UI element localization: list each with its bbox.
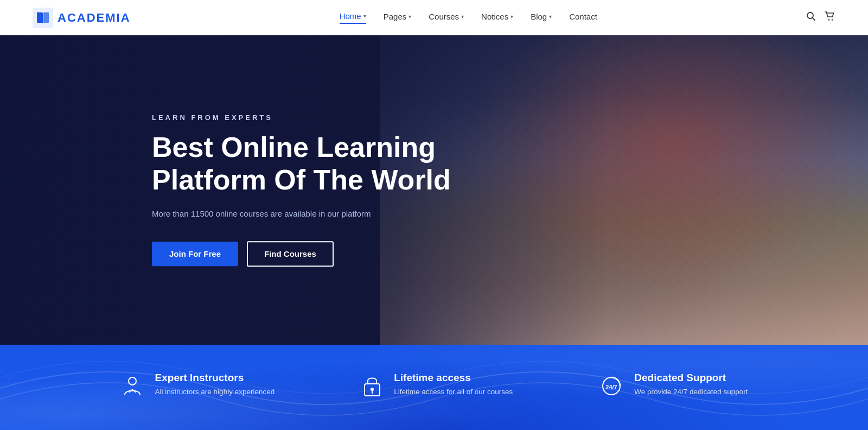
nav-contact[interactable]: Contact [569, 12, 597, 23]
hero-eyebrow: LEARN FROM EXPERTS [152, 113, 456, 122]
features-list: Expert Instructors All instructors are h… [0, 372, 868, 403]
cart-button[interactable] [825, 11, 835, 24]
nav-blog[interactable]: Blog ▾ [531, 12, 552, 23]
logo-icon [33, 8, 53, 28]
find-courses-button[interactable]: Find Courses [247, 241, 334, 267]
nav-notices[interactable]: Notices ▾ [481, 12, 513, 23]
feature-lifetime-text: Lifetime access Lifetime access for all … [394, 372, 513, 397]
lock-icon [361, 374, 383, 403]
blog-chevron-icon: ▾ [549, 14, 552, 20]
feature-support-desc: We provide 24/7 dedicated support [634, 387, 748, 397]
notices-chevron-icon: ▾ [510, 14, 513, 20]
header: ACADEMIA Home ▾ Pages ▾ Courses ▾ Notice… [0, 0, 868, 35]
support-icon: 24/7 [599, 374, 623, 403]
feature-lifetime-desc: Lifetime access for all of our courses [394, 387, 513, 397]
svg-point-3 [807, 12, 813, 18]
home-chevron-icon: ▾ [363, 13, 366, 19]
logo-text: ACADEMIA [58, 11, 131, 25]
nav-home[interactable]: Home ▾ [340, 11, 366, 24]
feature-lifetime-access: Lifetime access Lifetime access for all … [361, 372, 513, 403]
svg-point-10 [371, 388, 374, 391]
feature-support-text: Dedicated Support We provide 24/7 dedica… [634, 372, 748, 397]
svg-point-5 [832, 19, 833, 21]
search-icon [806, 11, 816, 21]
svg-point-6 [129, 377, 136, 385]
feature-expert-title: Expert Instructors [155, 372, 275, 384]
header-icons [806, 11, 835, 24]
pages-chevron-icon: ▾ [409, 14, 411, 20]
svg-point-4 [828, 19, 830, 21]
svg-rect-1 [37, 13, 42, 23]
hero-subtitle: More than 11500 online courses are avail… [152, 207, 456, 220]
hero-buttons: Join For Free Find Courses [152, 241, 456, 267]
feature-lifetime-title: Lifetime access [394, 372, 513, 384]
main-nav: Home ▾ Pages ▾ Courses ▾ Notices ▾ Blog … [340, 11, 597, 24]
feature-expert-desc: All instructors are highly experienced [155, 387, 275, 397]
hero-title: Best Online Learning Platform Of The Wor… [152, 131, 456, 197]
person-icon [120, 374, 144, 403]
feature-dedicated-support: 24/7 Dedicated Support We provide 24/7 d… [599, 372, 748, 403]
search-button[interactable] [806, 11, 816, 24]
svg-text:24/7: 24/7 [606, 384, 617, 390]
nav-courses[interactable]: Courses ▾ [429, 12, 464, 23]
features-bar: Expert Instructors All instructors are h… [0, 345, 868, 430]
feature-support-title: Dedicated Support [634, 372, 748, 384]
hero-section: LEARN FROM EXPERTS Best Online Learning … [0, 35, 868, 345]
svg-rect-2 [43, 13, 49, 23]
courses-chevron-icon: ▾ [461, 14, 464, 20]
join-free-button[interactable]: Join For Free [152, 242, 238, 266]
logo[interactable]: ACADEMIA [33, 8, 131, 28]
cart-icon [825, 11, 835, 22]
feature-expert-text: Expert Instructors All instructors are h… [155, 372, 275, 397]
feature-expert-instructors: Expert Instructors All instructors are h… [120, 372, 275, 403]
hero-content: LEARN FROM EXPERTS Best Online Learning … [152, 113, 456, 267]
nav-pages[interactable]: Pages ▾ [384, 12, 412, 23]
